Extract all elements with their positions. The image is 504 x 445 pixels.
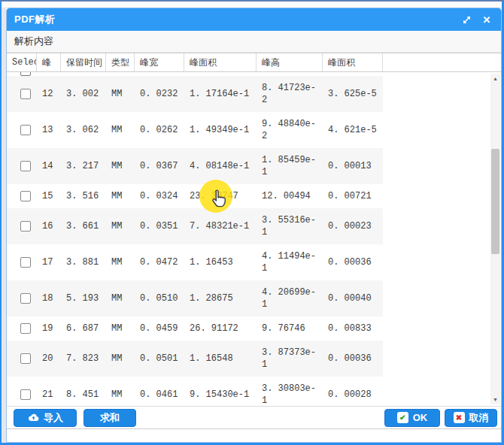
cell-retention: 3. 881 — [61, 250, 106, 274]
row-checkbox[interactable] — [20, 161, 31, 171]
grid-body: 123. 002MM0. 02321. 17164e-18. 41723e-23… — [7, 72, 501, 406]
cell-height: 8. 41723e-2 — [257, 76, 323, 112]
cell-type: MM — [106, 82, 135, 106]
cell-type: MM — [106, 250, 135, 274]
cell-select — [7, 251, 37, 274]
check-icon: ✔ — [397, 412, 408, 423]
cell-retention: 8. 451 — [61, 383, 106, 406]
grid-rows: 123. 002MM0. 02321. 17164e-18. 41723e-23… — [7, 72, 383, 406]
partial-row-checkbox — [20, 72, 31, 76]
screen: PDF解析 ✕ 解析内容 Select峰保留时间类型峰宽峰面积峰高峰面积 123… — [0, 0, 504, 445]
partial-row — [7, 72, 383, 76]
cell-area: 1. 16453 — [184, 250, 257, 274]
cell-retention: 7. 823 — [61, 347, 106, 371]
cell-area: 1. 49349e-1 — [184, 118, 257, 142]
cell-area2: 0. 00721 — [323, 184, 383, 208]
table-row[interactable]: 207. 823MM0. 05011. 165483. 87373e-10. 0… — [7, 341, 383, 377]
row-checkbox[interactable] — [20, 293, 31, 304]
column-header[interactable]: Select — [7, 53, 37, 71]
cell-select — [7, 119, 37, 141]
cell-retention: 3. 217 — [61, 154, 106, 178]
dialog-title: PDF解析 — [7, 13, 56, 26]
scrollbar-thumb[interactable] — [491, 149, 499, 254]
cell-peak: 12 — [37, 82, 61, 106]
table-row[interactable]: 143. 217MM0. 03674. 08148e-11. 85459e-10… — [7, 148, 383, 184]
cell-width: 0. 0232 — [135, 82, 184, 106]
row-checkbox[interactable] — [20, 389, 31, 400]
column-header[interactable]: 峰面积 — [323, 53, 383, 71]
close-icon[interactable]: ✕ — [481, 14, 492, 25]
column-header-filler — [383, 53, 501, 71]
table-row[interactable]: 163. 661MM0. 03517. 48321e-13. 55316e-10… — [7, 208, 383, 244]
sum-button[interactable]: 求和 — [83, 409, 136, 427]
table-row[interactable]: 133. 062MM0. 02621. 49349e-19. 48840e-24… — [7, 112, 383, 148]
cell-retention: 3. 062 — [61, 118, 106, 142]
cell-type: MM — [106, 214, 135, 238]
cell-area: 7. 48321e-1 — [184, 214, 257, 238]
table-row[interactable]: 153. 516MM0. 032423. 3074712. 004940. 00… — [7, 184, 383, 208]
cell-area: 4. 08148e-1 — [184, 154, 257, 178]
table-row[interactable]: 173. 881MM0. 04721. 164534. 11494e-10. 0… — [7, 244, 383, 280]
cancel-button[interactable]: ✖ 取消 — [445, 409, 497, 427]
table-row[interactable]: 123. 002MM0. 02321. 17164e-18. 41723e-23… — [7, 76, 383, 112]
cell-peak: 15 — [37, 184, 61, 208]
row-checkbox[interactable] — [20, 125, 31, 135]
cell-area2: 3. 625e-5 — [323, 82, 383, 106]
cell-height: 3. 87373e-1 — [257, 341, 323, 377]
row-checkbox[interactable] — [20, 353, 31, 364]
table-row[interactable]: 218. 451MM0. 04619. 15430e-13. 30803e-10… — [7, 377, 383, 406]
cell-width: 0. 0510 — [135, 286, 184, 310]
cell-peak: 20 — [37, 347, 61, 371]
cell-area: 1. 16548 — [184, 347, 257, 371]
cell-area2: 4. 621e-5 — [323, 118, 383, 142]
row-checkbox[interactable] — [20, 323, 31, 334]
sum-label: 求和 — [100, 411, 120, 425]
cell-retention: 3. 661 — [61, 214, 106, 238]
scroll-up-arrow[interactable]: ▲ — [490, 74, 500, 83]
cloud-upload-icon — [27, 413, 39, 422]
cell-area2: 0. 00040 — [323, 286, 383, 310]
scroll-down-arrow[interactable]: ▼ — [490, 395, 500, 404]
column-header[interactable]: 峰宽 — [135, 53, 184, 71]
panel-title: 解析内容 — [7, 35, 53, 48]
table-row[interactable]: 196. 687MM0. 045926. 911729. 767460. 008… — [7, 316, 383, 341]
cancel-label: 取消 — [469, 411, 489, 425]
ok-button[interactable]: ✔ OK — [384, 409, 440, 427]
column-header[interactable]: 保留时间 — [61, 53, 106, 71]
cell-type: MM — [106, 118, 135, 142]
row-checkbox[interactable] — [20, 221, 31, 232]
maximize-icon[interactable] — [461, 14, 472, 25]
bottom-panel — [7, 428, 501, 442]
cell-width: 0. 0324 — [135, 184, 184, 208]
cell-area2: 0. 00023 — [323, 214, 383, 238]
cell-type: MM — [106, 184, 135, 208]
cell-area2: 0. 00833 — [323, 316, 383, 341]
vertical-scrollbar[interactable]: ▲ ▼ — [490, 74, 500, 404]
cell-height: 12. 00494 — [257, 184, 323, 208]
cell-area2: 0. 00028 — [323, 383, 383, 406]
cell-select — [7, 215, 37, 238]
column-header[interactable]: 峰面积 — [184, 53, 257, 71]
cell-width: 0. 0262 — [135, 118, 184, 142]
cell-peak: 16 — [37, 214, 61, 238]
row-checkbox[interactable] — [20, 89, 31, 99]
table-row[interactable]: 185. 193MM0. 05101. 286754. 20699e-10. 0… — [7, 280, 383, 316]
cell-height: 3. 55316e-1 — [257, 208, 323, 244]
cell-select — [7, 287, 37, 310]
cell-area: 9. 15430e-1 — [184, 383, 257, 406]
dialog-titlebar[interactable]: PDF解析 ✕ — [7, 8, 501, 31]
column-header[interactable]: 类型 — [106, 53, 135, 71]
cell-width: 0. 0461 — [135, 383, 184, 406]
cell-type: MM — [106, 316, 135, 341]
row-checkbox[interactable] — [20, 191, 31, 201]
cell-retention: 3. 002 — [61, 82, 106, 106]
cell-area2: 0. 00036 — [323, 347, 383, 371]
cell-select — [7, 383, 37, 406]
column-header[interactable]: 峰 — [37, 53, 61, 71]
cell-select — [7, 83, 37, 105]
import-button[interactable]: 导入 — [14, 409, 77, 427]
column-header[interactable]: 峰高 — [257, 53, 323, 71]
cell-width: 0. 0351 — [135, 214, 184, 238]
row-checkbox[interactable] — [20, 257, 31, 268]
cell-area2: 0. 00036 — [323, 250, 383, 274]
